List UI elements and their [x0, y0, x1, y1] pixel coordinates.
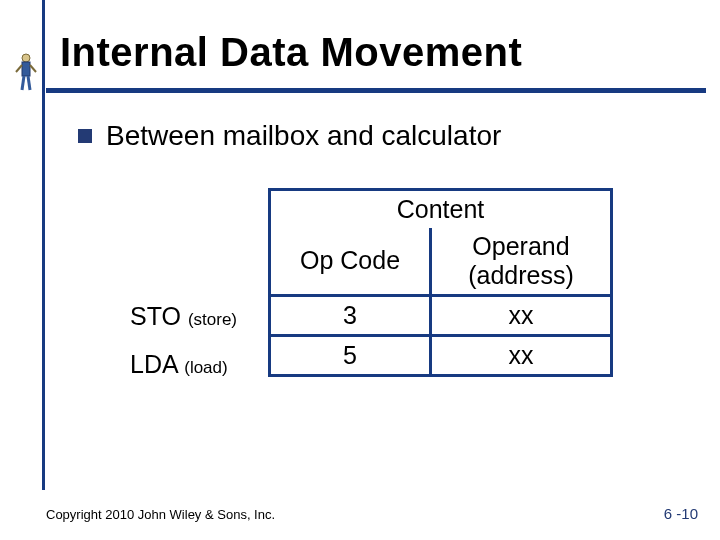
- mnemonic: LDA: [130, 350, 177, 378]
- svg-line-3: [30, 65, 36, 72]
- operand-label-1: Operand: [472, 232, 569, 260]
- cell-opcode: 3: [270, 295, 431, 335]
- bullet-text: Between mailbox and calculator: [106, 120, 501, 152]
- cell-opcode: 5: [270, 335, 431, 375]
- mnemonic-sub: (store): [188, 310, 237, 329]
- operand-label-2: (address): [468, 261, 574, 289]
- mnemonic: STO: [130, 302, 181, 330]
- table-header-content: Content: [270, 190, 612, 229]
- page-title: Internal Data Movement: [60, 30, 522, 75]
- slide: Internal Data Movement Between mailbox a…: [0, 0, 720, 540]
- svg-line-4: [22, 76, 24, 90]
- little-man-icon: [14, 52, 38, 92]
- cell-operand: xx: [431, 295, 612, 335]
- row-label-sto: STO (store): [130, 302, 237, 331]
- instruction-table: Content Op Code Operand (address) 3 xx 5…: [268, 188, 613, 377]
- bullet-item: Between mailbox and calculator: [78, 120, 501, 152]
- footer-page-number: 6 -10: [664, 505, 698, 522]
- mnemonic-sub: (load): [184, 358, 227, 377]
- table-header-operand: Operand (address): [431, 228, 612, 295]
- title-underline: [46, 88, 706, 93]
- vertical-rule: [42, 0, 45, 490]
- footer-copyright: Copyright 2010 John Wiley & Sons, Inc.: [46, 507, 275, 522]
- svg-line-2: [16, 65, 22, 72]
- svg-rect-1: [22, 62, 30, 76]
- row-label-lda: LDA (load): [130, 350, 228, 379]
- svg-point-0: [22, 54, 30, 62]
- table-row: 5 xx: [270, 335, 612, 375]
- cell-operand: xx: [431, 335, 612, 375]
- svg-line-5: [28, 76, 30, 90]
- table-header-opcode: Op Code: [270, 228, 431, 295]
- table-row: 3 xx: [270, 295, 612, 335]
- square-bullet-icon: [78, 129, 92, 143]
